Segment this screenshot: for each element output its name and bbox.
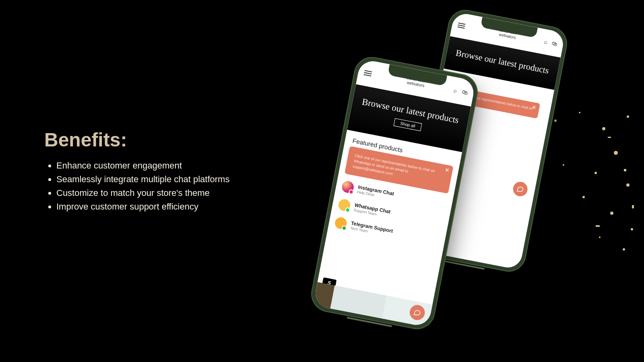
search-icon[interactable]: ⌕: [453, 86, 458, 94]
menu-icon[interactable]: [364, 72, 372, 74]
benefit-item: Improve customer support efficiency: [56, 200, 302, 214]
cart-icon[interactable]: 🛍: [551, 40, 558, 47]
shop-all-button[interactable]: Shop all: [393, 118, 422, 131]
svg-rect-15: [608, 137, 611, 138]
svg-point-3: [602, 127, 605, 130]
benefit-item: Customize to match your store's theme: [56, 186, 302, 200]
benefits-heading: Benefits:: [44, 129, 302, 151]
svg-point-13: [623, 248, 625, 251]
svg-point-4: [627, 115, 629, 118]
svg-point-6: [594, 172, 597, 174]
benefit-item: Enhance customer engagement: [56, 159, 302, 173]
svg-point-2: [579, 112, 580, 113]
svg-point-12: [599, 237, 601, 238]
search-icon[interactable]: ⌕: [543, 39, 548, 45]
svg-point-8: [563, 164, 564, 166]
benefits-block: Benefits: Enhance customer engagement Se…: [44, 129, 302, 214]
svg-rect-16: [624, 169, 626, 171]
menu-icon[interactable]: [458, 25, 465, 27]
svg-rect-18: [632, 205, 634, 208]
svg-point-5: [614, 151, 618, 155]
product-strip: [313, 282, 433, 327]
svg-rect-17: [596, 225, 600, 227]
instagram-icon: [341, 180, 355, 193]
whatsapp-icon: [338, 198, 351, 212]
close-icon[interactable]: ✕: [531, 104, 537, 111]
svg-point-9: [582, 196, 585, 198]
cart-icon[interactable]: 🛍: [461, 88, 468, 96]
phone-mockup-front: sohel-test-webiators ⌕ 🛍 Browse our late…: [308, 54, 481, 332]
chat-fab[interactable]: [512, 181, 529, 197]
svg-point-7: [626, 183, 630, 187]
telegram-icon: [334, 216, 348, 230]
benefit-item: Seamlessly integrate multiple chat platf…: [56, 173, 302, 186]
svg-point-11: [631, 228, 633, 230]
benefits-list: Enhance customer engagement Seamlessly i…: [44, 159, 302, 214]
svg-point-10: [610, 212, 613, 215]
svg-point-1: [554, 119, 557, 122]
close-icon[interactable]: ✕: [444, 166, 450, 174]
